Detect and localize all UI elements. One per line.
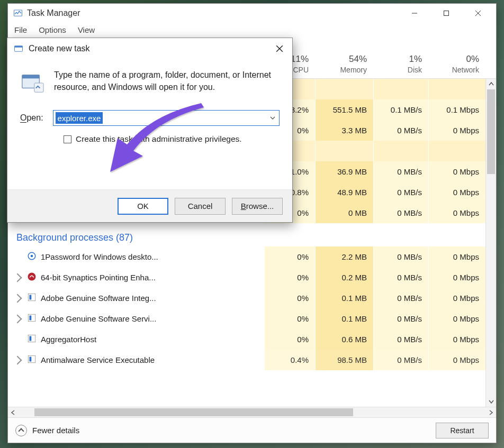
- cell-disk: [373, 79, 428, 99]
- ok-button[interactable]: OK: [118, 198, 168, 215]
- section-background-processes: Background processes (87): [8, 223, 485, 246]
- maximize-button[interactable]: [430, 4, 462, 23]
- cell-net: 0 Mbps: [428, 246, 485, 267]
- horizontal-scrollbar[interactable]: [8, 407, 496, 417]
- close-icon: [276, 45, 283, 52]
- close-button[interactable]: [462, 4, 494, 23]
- process-name: Adobe Genuine Software Integ...: [41, 294, 156, 303]
- process-icon: [27, 292, 37, 304]
- window-titlebar[interactable]: Task Manager: [8, 4, 496, 23]
- vertical-scrollbar[interactable]: [485, 79, 496, 407]
- open-input-value: explorer.exe: [56, 112, 103, 124]
- process-row[interactable]: Antimalware Service Executable0.4%98.5 M…: [8, 350, 485, 370]
- cancel-button[interactable]: Cancel: [175, 198, 226, 215]
- hscroll-thumb[interactable]: [34, 408, 353, 416]
- minimize-button[interactable]: [399, 4, 430, 23]
- cell-cpu: 0%: [264, 267, 315, 288]
- process-name: Antimalware Service Executable: [41, 355, 155, 364]
- expand-icon[interactable]: [13, 294, 22, 303]
- column-memory[interactable]: 54% Memory: [315, 54, 373, 78]
- window-title: Task Manager: [27, 8, 399, 18]
- cell-mem: 0.1 MB: [315, 288, 373, 308]
- process-row[interactable]: 1Password for Windows deskto...0%2.2 MB0…: [8, 246, 485, 267]
- cell-net: 0.1 Mbps: [428, 99, 485, 120]
- cell-mem: 0.1 MB: [315, 308, 373, 329]
- cell-net: 0 Mbps: [428, 120, 485, 141]
- cell-cpu: 0%: [264, 329, 315, 350]
- process-row[interactable]: Adobe Genuine Software Integ...0%0.1 MB0…: [8, 288, 485, 308]
- cell-net: [428, 79, 485, 99]
- memory-percent: 54%: [315, 54, 367, 65]
- cell-net: 0 Mbps: [428, 308, 485, 329]
- cell-disk: 0 MB/s: [373, 182, 428, 203]
- scroll-up-icon[interactable]: [486, 79, 496, 89]
- expand-icon[interactable]: [13, 273, 22, 282]
- process-name: 64-bit Synaptics Pointing Enha...: [41, 273, 156, 282]
- cell-mem: 3.3 MB: [315, 120, 373, 141]
- browse-button-label: Browse...: [241, 202, 274, 211]
- process-row[interactable]: 64-bit Synaptics Pointing Enha...0%0.2 M…: [8, 267, 485, 288]
- svg-point-9: [31, 255, 33, 258]
- process-icon: [27, 272, 37, 283]
- dialog-title: Create new task: [29, 44, 270, 53]
- fewer-details-toggle[interactable]: Fewer details: [15, 425, 79, 436]
- cell-net: 0 Mbps: [428, 267, 485, 288]
- svg-rect-24: [22, 75, 40, 79]
- restart-button[interactable]: Restart: [436, 423, 489, 438]
- scroll-thumb[interactable]: [487, 89, 495, 174]
- scroll-left-icon[interactable]: [8, 407, 19, 417]
- run-dialog-icon: [14, 44, 23, 53]
- restart-button-label: Restart: [450, 426, 474, 435]
- dialog-description: Type the name of a program, folder, docu…: [54, 69, 280, 93]
- process-row[interactable]: Adobe Genuine Software Servi...0%0.1 MB0…: [8, 308, 485, 329]
- network-label: Network: [428, 66, 479, 74]
- window-footer: Fewer details Restart: [8, 417, 496, 443]
- scroll-right-icon[interactable]: [485, 407, 496, 417]
- cell-net: [428, 141, 485, 161]
- cell-cpu: 0.4%: [264, 350, 315, 370]
- cell-mem: 0.2 MB: [315, 267, 373, 288]
- open-combobox[interactable]: explorer.exe: [53, 110, 280, 126]
- cell-mem: 36.9 MB: [315, 161, 373, 182]
- column-network[interactable]: 0% Network: [428, 54, 485, 78]
- svg-rect-14: [30, 316, 32, 321]
- cell-net: 0 Mbps: [428, 288, 485, 308]
- cell-mem: 0.6 MB: [315, 329, 373, 350]
- menu-view[interactable]: View: [78, 25, 95, 35]
- chevron-down-icon: [269, 115, 276, 121]
- svg-rect-11: [28, 294, 35, 301]
- menubar: File Options View: [8, 23, 496, 38]
- chevron-up-icon: [15, 425, 27, 436]
- process-icon: [27, 354, 37, 365]
- process-name: AggregatorHost: [41, 335, 96, 344]
- admin-checkbox[interactable]: [64, 135, 71, 143]
- svg-rect-15: [28, 335, 35, 342]
- admin-checkbox-label: Create this task with administrative pri…: [76, 134, 242, 144]
- cell-disk: 0 MB/s: [373, 350, 428, 370]
- process-icon: [27, 313, 37, 324]
- svg-rect-2: [444, 11, 449, 16]
- browse-button[interactable]: Browse...: [232, 198, 283, 215]
- column-disk[interactable]: 1% Disk: [373, 54, 428, 78]
- expand-icon[interactable]: [13, 314, 22, 323]
- memory-label: Memory: [315, 66, 367, 74]
- disk-percent: 1%: [373, 54, 422, 65]
- cell-disk: 0 MB/s: [373, 203, 428, 223]
- svg-rect-18: [30, 357, 32, 362]
- process-row[interactable]: AggregatorHost0%0.6 MB0 MB/s0 Mbps: [8, 329, 485, 350]
- dialog-titlebar[interactable]: Create new task: [7, 38, 292, 59]
- menu-file[interactable]: File: [14, 25, 27, 35]
- process-name: Adobe Genuine Software Servi...: [41, 314, 156, 323]
- expand-icon[interactable]: [13, 355, 22, 364]
- cell-disk: [373, 141, 428, 161]
- dialog-footer: OK Cancel Browse...: [7, 189, 292, 222]
- dialog-close-button[interactable]: [270, 41, 289, 57]
- process-icon: [27, 251, 37, 262]
- scroll-down-icon[interactable]: [486, 396, 496, 407]
- svg-rect-20: [15, 46, 23, 48]
- cell-net: 0 Mbps: [428, 350, 485, 370]
- menu-options[interactable]: Options: [39, 25, 66, 35]
- svg-rect-13: [28, 314, 35, 322]
- cell-net: 0 Mbps: [428, 161, 485, 182]
- ok-button-label: OK: [137, 202, 149, 211]
